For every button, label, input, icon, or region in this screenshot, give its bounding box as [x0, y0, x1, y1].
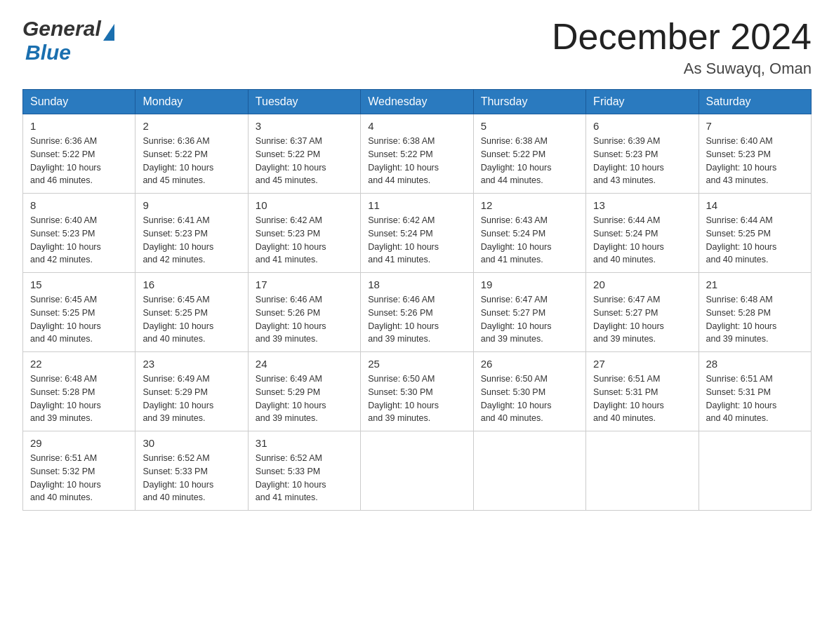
col-header-saturday: Saturday: [699, 90, 811, 114]
day-number: 2: [143, 120, 240, 132]
table-row: 12 Sunrise: 6:43 AMSunset: 5:24 PMDaylig…: [473, 194, 585, 273]
day-info: Sunrise: 6:36 AMSunset: 5:22 PMDaylight:…: [30, 135, 128, 187]
day-number: 26: [481, 358, 578, 370]
table-row: 18 Sunrise: 6:46 AMSunset: 5:26 PMDaylig…: [361, 273, 473, 352]
table-row: 27 Sunrise: 6:51 AMSunset: 5:31 PMDaylig…: [586, 352, 699, 431]
day-info: Sunrise: 6:51 AMSunset: 5:32 PMDaylight:…: [30, 452, 128, 504]
table-row: 4 Sunrise: 6:38 AMSunset: 5:22 PMDayligh…: [361, 114, 473, 194]
logo: General Blue: [22, 17, 114, 65]
day-info: Sunrise: 6:41 AMSunset: 5:23 PMDaylight:…: [143, 214, 240, 267]
day-number: 12: [481, 199, 578, 211]
day-number: 20: [593, 279, 691, 290]
day-number: 11: [368, 199, 465, 211]
day-number: 4: [368, 120, 465, 132]
table-row: [586, 431, 699, 511]
day-info: Sunrise: 6:40 AMSunset: 5:23 PMDaylight:…: [30, 214, 128, 267]
day-number: 25: [368, 358, 465, 370]
day-number: 22: [30, 358, 128, 370]
table-row: 28 Sunrise: 6:51 AMSunset: 5:31 PMDaylig…: [699, 352, 811, 431]
calendar-week-row: 29 Sunrise: 6:51 AMSunset: 5:32 PMDaylig…: [23, 431, 812, 511]
day-number: 13: [593, 199, 691, 211]
day-info: Sunrise: 6:37 AMSunset: 5:22 PMDaylight:…: [256, 135, 353, 187]
table-row: 6 Sunrise: 6:39 AMSunset: 5:23 PMDayligh…: [586, 114, 699, 194]
calendar-title: December 2024: [552, 17, 812, 57]
table-row: 31 Sunrise: 6:52 AMSunset: 5:33 PMDaylig…: [248, 431, 360, 511]
table-row: 7 Sunrise: 6:40 AMSunset: 5:23 PMDayligh…: [699, 114, 811, 194]
day-info: Sunrise: 6:36 AMSunset: 5:22 PMDaylight:…: [143, 135, 240, 187]
table-row: [473, 431, 585, 511]
day-info: Sunrise: 6:47 AMSunset: 5:27 PMDaylight:…: [481, 293, 578, 346]
table-row: 23 Sunrise: 6:49 AMSunset: 5:29 PMDaylig…: [135, 352, 248, 431]
day-number: 5: [481, 120, 578, 132]
table-row: 19 Sunrise: 6:47 AMSunset: 5:27 PMDaylig…: [473, 273, 585, 352]
col-header-sunday: Sunday: [23, 90, 135, 114]
day-info: Sunrise: 6:48 AMSunset: 5:28 PMDaylight:…: [706, 293, 804, 346]
day-info: Sunrise: 6:50 AMSunset: 5:30 PMDaylight:…: [368, 373, 465, 425]
day-number: 31: [256, 437, 353, 449]
day-info: Sunrise: 6:43 AMSunset: 5:24 PMDaylight:…: [481, 214, 578, 267]
day-info: Sunrise: 6:42 AMSunset: 5:24 PMDaylight:…: [368, 214, 465, 267]
day-number: 15: [30, 279, 128, 290]
day-info: Sunrise: 6:44 AMSunset: 5:25 PMDaylight:…: [706, 214, 804, 267]
table-row: 5 Sunrise: 6:38 AMSunset: 5:22 PMDayligh…: [473, 114, 585, 194]
day-number: 3: [256, 120, 353, 132]
day-info: Sunrise: 6:38 AMSunset: 5:22 PMDaylight:…: [368, 135, 465, 187]
table-row: 24 Sunrise: 6:49 AMSunset: 5:29 PMDaylig…: [248, 352, 360, 431]
day-number: 6: [593, 120, 691, 132]
col-header-monday: Monday: [135, 90, 248, 114]
day-info: Sunrise: 6:39 AMSunset: 5:23 PMDaylight:…: [593, 135, 691, 187]
calendar-week-row: 22 Sunrise: 6:48 AMSunset: 5:28 PMDaylig…: [23, 352, 812, 431]
day-info: Sunrise: 6:50 AMSunset: 5:30 PMDaylight:…: [481, 373, 578, 425]
day-info: Sunrise: 6:51 AMSunset: 5:31 PMDaylight:…: [706, 373, 804, 425]
table-row: 2 Sunrise: 6:36 AMSunset: 5:22 PMDayligh…: [135, 114, 248, 194]
day-number: 17: [256, 279, 353, 290]
logo-triangle-icon: [103, 24, 114, 41]
day-number: 27: [593, 358, 691, 370]
table-row: 22 Sunrise: 6:48 AMSunset: 5:28 PMDaylig…: [23, 352, 135, 431]
day-info: Sunrise: 6:49 AMSunset: 5:29 PMDaylight:…: [256, 373, 353, 425]
table-row: 11 Sunrise: 6:42 AMSunset: 5:24 PMDaylig…: [361, 194, 473, 273]
calendar-table: Sunday Monday Tuesday Wednesday Thursday…: [22, 89, 812, 511]
day-info: Sunrise: 6:48 AMSunset: 5:28 PMDaylight:…: [30, 373, 128, 425]
table-row: 20 Sunrise: 6:47 AMSunset: 5:27 PMDaylig…: [586, 273, 699, 352]
day-number: 1: [30, 120, 128, 132]
col-header-thursday: Thursday: [473, 90, 585, 114]
day-info: Sunrise: 6:52 AMSunset: 5:33 PMDaylight:…: [143, 452, 240, 504]
day-info: Sunrise: 6:46 AMSunset: 5:26 PMDaylight:…: [256, 293, 353, 346]
table-row: 15 Sunrise: 6:45 AMSunset: 5:25 PMDaylig…: [23, 273, 135, 352]
calendar-week-row: 1 Sunrise: 6:36 AMSunset: 5:22 PMDayligh…: [23, 114, 812, 194]
table-row: [361, 431, 473, 511]
col-header-wednesday: Wednesday: [361, 90, 473, 114]
table-row: 14 Sunrise: 6:44 AMSunset: 5:25 PMDaylig…: [699, 194, 811, 273]
day-info: Sunrise: 6:38 AMSunset: 5:22 PMDaylight:…: [481, 135, 578, 187]
day-info: Sunrise: 6:45 AMSunset: 5:25 PMDaylight:…: [143, 293, 240, 346]
table-row: 29 Sunrise: 6:51 AMSunset: 5:32 PMDaylig…: [23, 431, 135, 511]
table-row: 30 Sunrise: 6:52 AMSunset: 5:33 PMDaylig…: [135, 431, 248, 511]
table-row: 16 Sunrise: 6:45 AMSunset: 5:25 PMDaylig…: [135, 273, 248, 352]
calendar-header-row: Sunday Monday Tuesday Wednesday Thursday…: [23, 90, 812, 114]
day-number: 19: [481, 279, 578, 290]
day-number: 29: [30, 437, 128, 449]
table-row: 9 Sunrise: 6:41 AMSunset: 5:23 PMDayligh…: [135, 194, 248, 273]
calendar-week-row: 15 Sunrise: 6:45 AMSunset: 5:25 PMDaylig…: [23, 273, 812, 352]
day-info: Sunrise: 6:44 AMSunset: 5:24 PMDaylight:…: [593, 214, 691, 267]
day-number: 24: [256, 358, 353, 370]
logo-blue-text: Blue: [25, 41, 71, 65]
title-section: December 2024 As Suwayq, Oman: [552, 17, 812, 78]
day-number: 21: [706, 279, 804, 290]
table-row: 25 Sunrise: 6:50 AMSunset: 5:30 PMDaylig…: [361, 352, 473, 431]
day-info: Sunrise: 6:40 AMSunset: 5:23 PMDaylight:…: [706, 135, 804, 187]
table-row: 17 Sunrise: 6:46 AMSunset: 5:26 PMDaylig…: [248, 273, 360, 352]
table-row: 3 Sunrise: 6:37 AMSunset: 5:22 PMDayligh…: [248, 114, 360, 194]
day-info: Sunrise: 6:47 AMSunset: 5:27 PMDaylight:…: [593, 293, 691, 346]
page-header: General Blue December 2024 As Suwayq, Om…: [22, 17, 812, 78]
day-number: 9: [143, 199, 240, 211]
day-info: Sunrise: 6:42 AMSunset: 5:23 PMDaylight:…: [256, 214, 353, 267]
logo-general-text: General: [22, 17, 101, 41]
day-number: 8: [30, 199, 128, 211]
day-info: Sunrise: 6:49 AMSunset: 5:29 PMDaylight:…: [143, 373, 240, 425]
table-row: 21 Sunrise: 6:48 AMSunset: 5:28 PMDaylig…: [699, 273, 811, 352]
col-header-tuesday: Tuesday: [248, 90, 360, 114]
day-info: Sunrise: 6:46 AMSunset: 5:26 PMDaylight:…: [368, 293, 465, 346]
day-info: Sunrise: 6:51 AMSunset: 5:31 PMDaylight:…: [593, 373, 691, 425]
